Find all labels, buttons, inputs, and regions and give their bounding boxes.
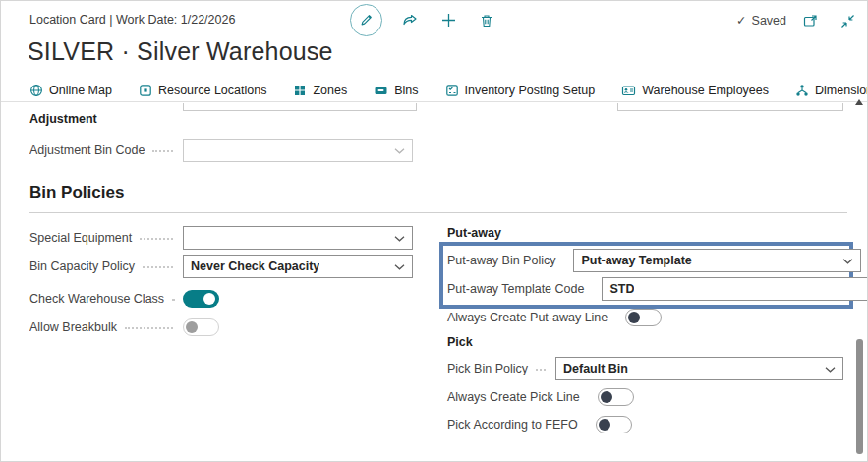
top-bar: Location Card | Work Date: 1/22/2026 xyxy=(0,0,868,39)
check-warehouse-class-row: Check Warehouse Class xyxy=(29,287,413,311)
putaway-template-code-row: Put-away Template Code STD xyxy=(447,277,843,301)
bin-capacity-policy-dropdown[interactable]: Never Check Capacity xyxy=(183,255,413,278)
ribbon-toolbar: Online Map Resource Locations Zones Bins… xyxy=(0,78,868,102)
putaway-template-code-label: Put-away Template Code xyxy=(447,282,584,296)
toggle-knob xyxy=(186,321,198,333)
adjustment-bin-code-label: Adjustment Bin Code xyxy=(29,144,145,157)
new-button[interactable] xyxy=(437,10,459,31)
chevron-down-icon xyxy=(394,236,405,242)
toolbar-item-dimensions[interactable]: Dimensions xyxy=(795,84,868,97)
window-controls xyxy=(799,10,858,31)
allow-breakbulk-label: Allow Breakbulk xyxy=(29,320,117,334)
putaway-template-code-dropdown[interactable]: STD xyxy=(602,277,868,301)
bin-capacity-policy-label: Bin Capacity Policy xyxy=(29,260,135,273)
dotted-leader xyxy=(536,369,546,371)
location-card-window: Location Card | Work Date: 1/22/2026 xyxy=(0,0,868,462)
scroll-up-arrow[interactable] xyxy=(855,99,863,105)
pick-bin-policy-dropdown[interactable]: Default Bin xyxy=(555,357,843,380)
clipped-field-stub xyxy=(617,103,843,111)
dotted-leader xyxy=(152,150,173,152)
toolbar-item-resource-locations[interactable]: Resource Locations xyxy=(139,84,266,97)
open-in-window-button[interactable] xyxy=(799,10,821,31)
collapse-arrows-icon xyxy=(840,14,855,29)
clipped-field-stub xyxy=(183,103,417,111)
toolbar-item-zones[interactable]: Zones xyxy=(293,84,347,97)
chevron-down-icon xyxy=(394,148,405,154)
globe-icon xyxy=(29,84,43,97)
allow-breakbulk-row: Allow Breakbulk xyxy=(29,316,413,339)
toolbar-item-label: Online Map xyxy=(49,84,112,97)
pick-group-header: Pick xyxy=(447,335,473,349)
putaway-bin-policy-dropdown[interactable]: Put-away Template xyxy=(573,249,861,272)
always-create-pick-line-row: Always Create Pick Line xyxy=(447,385,843,409)
always-create-putaway-line-row: Always Create Put-away Line xyxy=(447,306,843,329)
bin-capacity-policy-value: Never Check Capacity xyxy=(191,260,319,273)
always-create-putaway-line-label: Always Create Put-away Line xyxy=(447,311,608,324)
bin-policies-section-title: Bin Policies xyxy=(29,183,124,202)
check-icon: ✓ xyxy=(736,13,746,28)
dotted-leader xyxy=(172,299,173,301)
toolbar-item-label: Dimensions xyxy=(815,84,868,97)
allow-breakbulk-toggle[interactable] xyxy=(183,318,219,336)
collapse-button[interactable] xyxy=(837,10,858,31)
toolbar-item-online-map[interactable]: Online Map xyxy=(29,84,112,97)
adjustment-group-header: Adjustment xyxy=(29,112,97,126)
pick-bin-policy-label: Pick Bin Policy xyxy=(447,362,528,375)
toggle-knob xyxy=(628,312,640,323)
pick-according-to-fefo-toggle[interactable] xyxy=(596,416,632,433)
share-icon xyxy=(401,12,419,29)
bin-capacity-policy-row: Bin Capacity Policy Never Check Capacity xyxy=(29,255,413,278)
check-warehouse-class-label: Check Warehouse Class xyxy=(29,292,164,306)
toolbar-item-label: Inventory Posting Setup xyxy=(465,84,596,97)
pick-according-to-fefo-label: Pick According to FEFO xyxy=(447,418,578,432)
bins-icon xyxy=(374,84,388,97)
adjustment-bin-code-dropdown[interactable] xyxy=(183,139,413,162)
toolbar-item-label: Zones xyxy=(313,84,347,97)
putaway-template-code-value: STD xyxy=(609,282,634,296)
toggle-knob xyxy=(599,419,610,431)
toolbar-item-label: Resource Locations xyxy=(158,84,266,97)
popout-icon xyxy=(802,13,819,29)
vertical-scrollbar-thumb[interactable] xyxy=(856,339,863,454)
plus-icon xyxy=(440,12,457,29)
always-create-putaway-line-toggle[interactable] xyxy=(625,309,662,326)
always-create-pick-line-toggle[interactable] xyxy=(598,388,634,406)
pick-bin-policy-value: Default Bin xyxy=(563,362,628,375)
chevron-down-icon xyxy=(825,367,836,373)
pick-bin-policy-row: Pick Bin Policy Default Bin xyxy=(447,357,843,380)
special-equipment-dropdown[interactable] xyxy=(183,226,413,250)
putaway-group-header: Put-away xyxy=(447,226,501,240)
putaway-bin-policy-label: Put-away Bin Policy xyxy=(447,254,555,267)
trash-icon xyxy=(479,13,494,29)
special-equipment-label: Special Equipment xyxy=(29,231,132,245)
edit-button[interactable] xyxy=(350,4,382,36)
toolbar-item-inventory-posting-setup[interactable]: Inventory Posting Setup xyxy=(445,84,596,97)
special-equipment-row: Special Equipment xyxy=(29,226,413,250)
chevron-down-icon xyxy=(842,259,853,264)
save-status-label: Saved xyxy=(752,14,786,28)
employees-icon xyxy=(621,84,636,97)
dimensions-icon xyxy=(795,84,809,97)
dotted-leader xyxy=(140,238,173,240)
toggle-knob xyxy=(601,391,612,403)
adjustment-bin-code-row: Adjustment Bin Code xyxy=(29,139,413,162)
record-actions xyxy=(350,4,497,36)
toolbar-item-label: Bins xyxy=(394,84,418,97)
page-title: SILVER · Silver Warehouse xyxy=(28,37,333,66)
resource-locations-icon xyxy=(139,84,152,97)
pencil-icon xyxy=(359,13,374,28)
check-warehouse-class-toggle[interactable] xyxy=(183,290,219,308)
toolbar-item-label: Warehouse Employees xyxy=(642,84,769,97)
dotted-leader xyxy=(143,266,173,268)
putaway-bin-policy-value: Put-away Template xyxy=(581,254,691,267)
posting-setup-icon xyxy=(445,84,459,97)
chevron-down-icon xyxy=(394,264,405,270)
toolbar-item-warehouse-employees[interactable]: Warehouse Employees xyxy=(621,84,769,97)
section-divider xyxy=(29,212,847,213)
toolbar-item-bins[interactable]: Bins xyxy=(374,84,418,97)
breadcrumb: Location Card | Work Date: 1/22/2026 xyxy=(29,13,235,27)
dotted-leader xyxy=(125,327,173,329)
save-status: ✓ Saved xyxy=(736,13,786,28)
delete-button[interactable] xyxy=(476,10,497,31)
share-button[interactable] xyxy=(399,10,421,31)
